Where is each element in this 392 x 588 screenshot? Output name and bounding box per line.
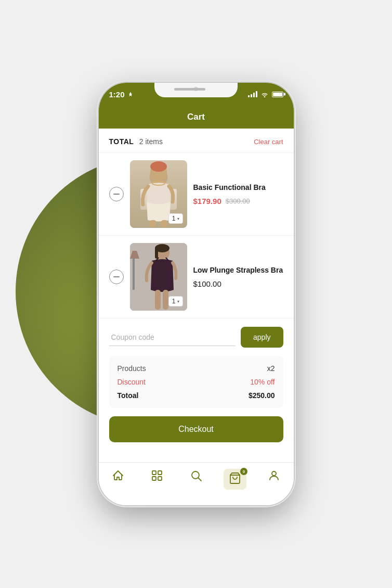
cart-nav-bg: 0 — [224, 469, 246, 490]
svg-rect-15 — [155, 290, 161, 310]
svg-point-24 — [272, 471, 276, 476]
svg-rect-18 — [158, 471, 162, 475]
order-summary: Products x2 Discount 10% off Totoal $250… — [109, 356, 283, 408]
notch — [154, 83, 238, 97]
svg-rect-5 — [150, 220, 156, 227]
products-value: x2 — [267, 364, 275, 373]
home-icon — [111, 469, 125, 482]
cart-icon — [229, 472, 241, 484]
products-row: Products x2 — [117, 364, 275, 373]
svg-point-2 — [150, 161, 167, 172]
bottom-navigation: 0 — [99, 462, 294, 505]
item-1-name: Basic Functional Bra — [193, 183, 283, 192]
item-1-info: Basic Functional Bra $179.90 $300.00 — [193, 183, 283, 205]
svg-rect-6 — [161, 220, 167, 227]
nav-item-cart[interactable]: 0 — [216, 469, 255, 490]
status-time: 1:20 — [109, 90, 133, 99]
apply-coupon-button[interactable]: apply — [241, 327, 283, 348]
phone-mockup: 1:20 — [99, 83, 294, 505]
cart-total-info: TOTAL 2 items — [109, 137, 163, 146]
item-2-info: Low Plunge Strapless Bra $100.00 — [193, 265, 283, 288]
item-2-price: $100.00 — [193, 279, 283, 288]
remove-item-1-button[interactable] — [109, 187, 124, 201]
total-sum-value: $250.00 — [249, 391, 275, 400]
cart-header: TOTAL 2 items Clear cart — [99, 129, 294, 153]
item-1-sale-price: $179.90 — [193, 197, 221, 206]
svg-rect-17 — [152, 471, 156, 475]
nav-item-profile[interactable] — [255, 469, 294, 482]
svg-rect-12 — [155, 248, 158, 259]
item-1-image: 1 ▾ — [130, 160, 187, 228]
app-header: Cart — [99, 106, 294, 129]
svg-rect-16 — [163, 290, 168, 310]
checkout-section: Checkout — [99, 408, 294, 451]
remove-item-2-button[interactable] — [109, 270, 124, 284]
nav-item-search[interactable] — [177, 469, 216, 482]
discount-row: Discount 10% off — [117, 378, 275, 386]
signal-icon — [248, 91, 257, 97]
phone-frame: 1:20 — [99, 83, 294, 505]
item-2-price-value: $100.00 — [193, 279, 221, 288]
cart-item-1: 1 ▾ Basic Functional Bra $179.90 $300.00 — [99, 153, 294, 236]
svg-rect-7 — [113, 276, 120, 277]
item-1-original-price: $300.00 — [226, 197, 250, 205]
nav-item-categories[interactable] — [138, 469, 177, 482]
coupon-section: apply — [99, 318, 294, 356]
grid-icon — [150, 469, 164, 482]
items-count: 2 items — [139, 137, 163, 146]
svg-rect-20 — [158, 477, 162, 480]
svg-line-22 — [199, 478, 202, 481]
wifi-icon — [260, 91, 269, 97]
item-2-name: Low Plunge Strapless Bra — [193, 265, 283, 275]
discount-label: Discount — [117, 378, 146, 386]
screen-content: TOTAL 2 items Clear cart — [99, 129, 294, 505]
svg-rect-0 — [113, 194, 120, 195]
status-icons — [248, 91, 283, 97]
item-1-quantity-badge[interactable]: 1 ▾ — [168, 213, 183, 224]
checkout-button[interactable]: Checkout — [109, 416, 283, 442]
svg-rect-9 — [133, 259, 135, 290]
svg-rect-19 — [152, 477, 156, 480]
total-label: TOTAL — [109, 137, 134, 146]
profile-icon — [267, 469, 281, 482]
header-title: Cart — [187, 112, 205, 122]
cart-badge: 0 — [240, 468, 247, 475]
scene: 1:20 — [0, 0, 392, 588]
products-label: Products — [117, 364, 146, 373]
total-sum-label: Totoal — [117, 391, 139, 400]
cart-item-2: 1 ▾ Low Plunge Strapless Bra $100.00 — [99, 236, 294, 318]
discount-value: 10% off — [250, 378, 275, 386]
search-icon — [189, 469, 203, 482]
item-2-image: 1 ▾ — [130, 243, 187, 311]
item-1-price: $179.90 $300.00 — [193, 197, 283, 206]
item-2-quantity-badge[interactable]: 1 ▾ — [168, 296, 183, 306]
nav-item-home[interactable] — [99, 469, 138, 482]
coupon-input[interactable] — [109, 329, 236, 346]
battery-icon — [272, 92, 283, 97]
total-row: Totoal $250.00 — [117, 391, 275, 400]
clear-cart-button[interactable]: Clear cart — [254, 138, 283, 146]
